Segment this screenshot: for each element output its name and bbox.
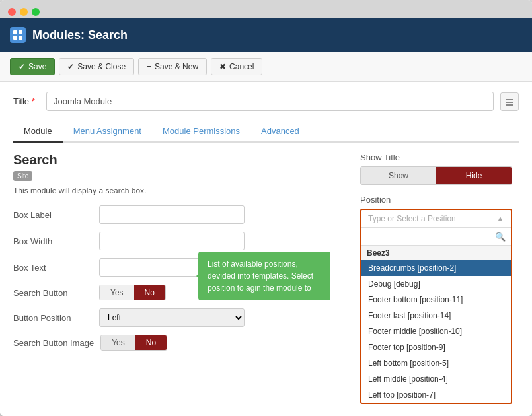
close-traffic-light[interactable]	[8, 8, 16, 16]
position-search-row: 🔍	[361, 228, 511, 246]
search-button-image-toggle: Yes No	[100, 335, 167, 351]
required-indicator: *	[32, 96, 35, 106]
position-placeholder: Type or Select a Position	[368, 214, 456, 223]
save-icon: ✔	[19, 62, 25, 71]
position-item-left-middle[interactable]: Left middle [position-4]	[361, 371, 511, 387]
page-title: Modules: Search	[32, 28, 128, 42]
left-panel: Search Site This module will display a s…	[13, 153, 347, 416]
position-dropdown[interactable]: Type or Select a Position ▲ 🔍 Beez3	[360, 209, 512, 404]
maximize-traffic-light[interactable]	[32, 8, 40, 16]
title-row: Title *	[13, 92, 519, 111]
save-new-button[interactable]: + Save & New	[138, 58, 207, 75]
box-width-label: Box Width	[13, 236, 93, 246]
search-button-toggle: Yes No	[99, 285, 166, 300]
button-position-select[interactable]: Left	[99, 308, 245, 327]
tooltip: List of available positions, devided int…	[198, 252, 330, 300]
svg-rect-4	[506, 99, 513, 100]
hide-button[interactable]: Hide	[436, 167, 512, 184]
position-list: Breadcrumbs [position-2] Debug [debug] F…	[361, 260, 511, 403]
box-text-row: Box Text List of available positions, de…	[13, 258, 347, 277]
main-layout: Search Site This module will display a s…	[13, 153, 519, 416]
app-icon	[10, 27, 26, 43]
box-label-label: Box Label	[13, 210, 93, 220]
position-item-footer-bottom[interactable]: Footer bottom [position-11]	[361, 292, 511, 308]
titlebar: Modules: Search	[0, 18, 532, 52]
position-label: Position	[360, 195, 519, 205]
toggle-icon	[505, 97, 514, 106]
module-badge: Site	[13, 171, 32, 181]
title-label: Title *	[13, 96, 40, 106]
minimize-traffic-light[interactable]	[20, 8, 28, 16]
search-button-image-label: Search Button Image	[13, 338, 94, 348]
position-search-input[interactable]	[367, 230, 492, 242]
position-item-left-bottom[interactable]: Left bottom [position-5]	[361, 355, 511, 371]
title-input[interactable]	[46, 92, 494, 111]
position-item-footer-last[interactable]: Footer last [position-14]	[361, 308, 511, 324]
box-text-label: Box Text	[13, 263, 93, 273]
toolbar: ✔ Save ✔ Save & Close + Save & New ✖ Can…	[0, 52, 532, 82]
svg-rect-0	[13, 30, 17, 34]
search-button-image-row: Search Button Image Yes No	[13, 335, 347, 351]
module-description: This module will display a search box.	[13, 186, 347, 195]
tab-menu-assignment[interactable]: Menu Assignment	[63, 121, 152, 143]
tabs-container: Module Menu Assignment Module Permission…	[13, 121, 519, 143]
button-position-row: Button Position Left	[13, 308, 347, 327]
svg-rect-3	[19, 36, 22, 40]
position-item-footer-middle[interactable]: Footer middle [position-10]	[361, 324, 511, 339]
box-width-input[interactable]	[99, 232, 245, 250]
x-icon: ✖	[219, 62, 226, 71]
position-item-breadcrumbs[interactable]: Breadcrumbs [position-2]	[361, 260, 511, 276]
save-button[interactable]: ✔ Save	[10, 58, 55, 75]
tab-module-permissions[interactable]: Module Permissions	[152, 121, 250, 143]
save-close-button[interactable]: ✔ Save & Close	[59, 58, 134, 75]
search-button-image-no[interactable]: No	[135, 335, 167, 350]
position-item-left-top[interactable]: Left top [position-7]	[361, 387, 511, 403]
position-group-header: Beez3	[361, 246, 511, 260]
box-label-row: Box Label	[13, 205, 347, 224]
dropdown-arrow-icon: ▲	[496, 214, 504, 223]
svg-rect-1	[19, 30, 22, 34]
search-button-image-yes[interactable]: Yes	[101, 335, 135, 350]
right-panel: Show Title Show Hide Position Type or Se…	[360, 153, 519, 416]
button-position-label: Button Position	[13, 313, 93, 323]
checkmark-icon: ✔	[67, 62, 74, 71]
svg-rect-2	[13, 36, 17, 40]
show-title-label: Show Title	[360, 153, 519, 162]
box-label-input[interactable]	[99, 205, 245, 224]
show-button[interactable]: Show	[361, 167, 436, 184]
content-area: Title * Module Menu Assignment Module Pe…	[0, 82, 532, 416]
tab-module[interactable]: Module	[13, 121, 63, 143]
search-button-yes[interactable]: Yes	[100, 285, 134, 300]
search-icon: 🔍	[495, 232, 506, 242]
svg-rect-5	[506, 102, 513, 103]
position-select-header[interactable]: Type or Select a Position ▲	[361, 210, 511, 228]
box-width-row: Box Width	[13, 232, 347, 250]
show-hide-toggle: Show Hide	[360, 166, 512, 185]
module-name: Search	[13, 153, 347, 168]
search-button-label: Search Button	[13, 288, 93, 298]
cancel-button[interactable]: ✖ Cancel	[211, 58, 262, 75]
position-item-footer-top[interactable]: Footer top [position-9]	[361, 339, 511, 355]
position-item-debug[interactable]: Debug [debug]	[361, 276, 511, 292]
svg-rect-6	[506, 104, 513, 106]
search-button-no[interactable]: No	[134, 285, 165, 300]
tab-advanced[interactable]: Advanced	[250, 121, 310, 143]
plus-icon: +	[147, 62, 151, 71]
title-toggle-button[interactable]	[500, 92, 519, 111]
